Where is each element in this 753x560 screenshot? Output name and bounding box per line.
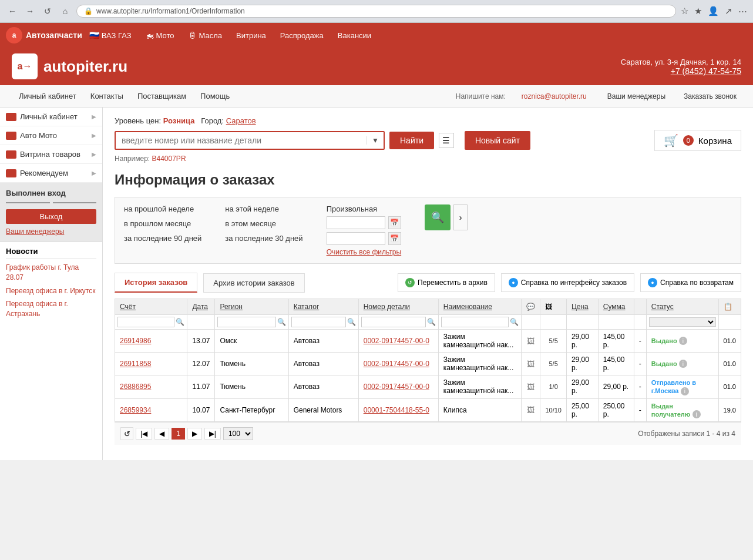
filter-katalog-icon[interactable]: 🔍	[347, 318, 356, 326]
sidebar-item-avto-moto[interactable]: Авто Мото ▶	[0, 126, 102, 145]
nav-personal[interactable]: Личный кабинет	[12, 85, 83, 108]
info-icon[interactable]: i	[681, 387, 689, 395]
last-page-button[interactable]: ▶|	[204, 428, 221, 440]
filter-last-90[interactable]: за последние 90 дней	[124, 234, 201, 243]
tab-history[interactable]: История заказов	[115, 273, 197, 293]
msg-icon[interactable]: 🖼	[527, 360, 535, 368]
date-to-input[interactable]	[327, 232, 385, 245]
filter-this-week[interactable]: на этой неделе	[225, 204, 302, 213]
order-link[interactable]: 26911858	[120, 360, 151, 368]
filter-nomer-icon[interactable]: 🔍	[427, 318, 436, 326]
filter-status-select[interactable]: Выдано Отправлено Выдан получателю	[649, 317, 716, 327]
callback-button[interactable]: Заказать звонок	[679, 92, 741, 100]
city-value[interactable]: Саратов	[226, 116, 256, 125]
prev-page-button[interactable]: ◀	[154, 428, 169, 440]
new-site-button[interactable]: Новый сайт	[465, 131, 530, 150]
first-page-button[interactable]: |◀	[136, 428, 152, 440]
home-button[interactable]: ⌂	[59, 5, 72, 18]
msg-icon[interactable]: 🖼	[527, 405, 535, 414]
nav-vitrina[interactable]: Витрина	[229, 23, 273, 48]
search-dropdown-arrow[interactable]: ▼	[367, 136, 384, 145]
profile-icon[interactable]: 👤	[708, 6, 719, 16]
filter-last-week[interactable]: на прошлой неделе	[124, 204, 201, 213]
managers-link[interactable]: Ваши менеджеры	[6, 227, 96, 236]
info-icon[interactable]: i	[679, 337, 687, 345]
page-size-select[interactable]: 100 50 25	[223, 427, 253, 440]
part-number-link[interactable]: 0002-09174457-00-0	[364, 383, 429, 391]
sidebar-item-vitrina[interactable]: Витрина товаров ▶	[0, 145, 102, 164]
info-icon[interactable]: i	[693, 410, 701, 418]
menu-icon[interactable]: ⋯	[738, 6, 747, 16]
info-icon[interactable]: i	[679, 360, 687, 368]
calendar-from-icon[interactable]: 📅	[388, 216, 401, 229]
email-link[interactable]: roznica@autopiter.ru	[515, 85, 594, 108]
filter-this-month[interactable]: в этом месяце	[225, 219, 302, 228]
msg-icon[interactable]: 🖼	[527, 383, 535, 391]
forward-button[interactable]: →	[23, 5, 36, 18]
col-summa-link[interactable]: Сумма	[603, 303, 626, 311]
nav-rasprodazha[interactable]: Распродажа	[273, 23, 331, 48]
news-item-3[interactable]: Переезд офиса в г. Астрахань	[6, 299, 96, 319]
col-katalog-link[interactable]: Каталог	[294, 303, 320, 311]
filter-region-input[interactable]	[217, 317, 275, 327]
part-number-link[interactable]: 0002-09174457-00-0	[364, 337, 429, 345]
filter-last-30[interactable]: за последние 30 дней	[225, 234, 302, 243]
search-input[interactable]	[116, 132, 367, 149]
col-data-link[interactable]: Дата	[192, 303, 208, 311]
col-schet-link[interactable]: Счёт	[120, 303, 136, 311]
example-link[interactable]: B44007PR	[152, 155, 186, 163]
nav-vakansii[interactable]: Вакансии	[331, 23, 378, 48]
calendar-to-icon[interactable]: 📅	[388, 232, 401, 245]
address-bar[interactable]: 🔒 www.autopiter.ru/Information1/OrderInf…	[76, 5, 676, 18]
order-link[interactable]: 26886895	[120, 383, 151, 391]
order-link[interactable]: 26859934	[120, 406, 151, 414]
nav-suppliers[interactable]: Поставщикам	[130, 85, 193, 108]
filter-nomer-input[interactable]	[361, 317, 426, 327]
col-region-link[interactable]: Регион	[220, 303, 243, 311]
phone-link[interactable]: +7 (8452) 47-54-75	[671, 66, 741, 76]
news-item-2[interactable]: Переезд офиса в г. Иркутск	[6, 286, 96, 296]
col-status-link[interactable]: Статус	[651, 303, 674, 311]
filter-expand-button[interactable]: ›	[453, 204, 468, 230]
list-view-icon[interactable]: ☰	[439, 133, 454, 148]
share-icon[interactable]: ↗	[725, 6, 732, 16]
nav-vaz-gaz[interactable]: 🇷🇺 ВАЗ ГАЗ	[82, 23, 139, 48]
order-link[interactable]: 26914986	[120, 337, 151, 345]
next-page-button[interactable]: ▶	[187, 428, 202, 440]
cart-button[interactable]: 🛒 0 Корзина	[654, 130, 741, 151]
search-button[interactable]: Найти	[389, 132, 434, 149]
back-button[interactable]: ←	[6, 5, 19, 18]
date-from-input[interactable]	[327, 216, 385, 229]
filter-search-button[interactable]: 🔍	[425, 204, 451, 230]
nav-contacts[interactable]: Контакты	[83, 85, 130, 108]
nav-moto[interactable]: 🏍 Мото	[139, 23, 181, 48]
star-icon[interactable]: ★	[694, 6, 702, 16]
filter-naim-input[interactable]	[441, 317, 509, 327]
col-nomer-link[interactable]: Номер детали	[364, 303, 410, 311]
sidebar-item-personal-cabinet[interactable]: Личный кабинет ▶	[0, 108, 102, 126]
bookmark-icon[interactable]: ☆	[681, 6, 688, 16]
filter-naim-icon[interactable]: 🔍	[510, 318, 519, 326]
nav-masla[interactable]: 🛢 Масла	[181, 23, 230, 48]
col-tsena-link[interactable]: Цена	[572, 303, 589, 311]
move-archive-button[interactable]: ↺ Переместить в архив	[398, 273, 495, 292]
tab-archive[interactable]: Архив истории заказов	[203, 273, 304, 293]
clear-filters-link[interactable]: Очистить все фильтры	[327, 248, 402, 256]
filter-region-icon[interactable]: 🔍	[277, 318, 286, 326]
nav-help[interactable]: Помощь	[193, 85, 237, 108]
refresh-button[interactable]: ↺	[41, 5, 54, 18]
part-number-link[interactable]: 0002-09174457-00-0	[364, 360, 429, 368]
filter-last-month[interactable]: в прошлом месяце	[124, 219, 201, 228]
logout-button[interactable]: Выход	[6, 209, 96, 224]
filter-schet-input[interactable]	[117, 317, 174, 327]
sidebar-item-rekomenduem[interactable]: Рекомендуем ▶	[0, 164, 102, 183]
interface-help-button[interactable]: ● Справка по интерфейсу заказов	[501, 273, 634, 292]
msg-icon[interactable]: 🖼	[527, 337, 535, 346]
managers-button[interactable]: Ваши менеджеры	[603, 92, 670, 100]
refresh-button[interactable]: ↺	[120, 427, 133, 440]
col-naim-link[interactable]: Наименование	[443, 303, 492, 311]
part-number-link[interactable]: 00001-7504418-55-0	[364, 406, 429, 414]
news-item-1[interactable]: График работы г. Тула 28.07	[6, 263, 96, 283]
filter-katalog-input[interactable]	[291, 317, 346, 327]
returns-help-button[interactable]: ● Справка по возвратам	[640, 273, 741, 292]
